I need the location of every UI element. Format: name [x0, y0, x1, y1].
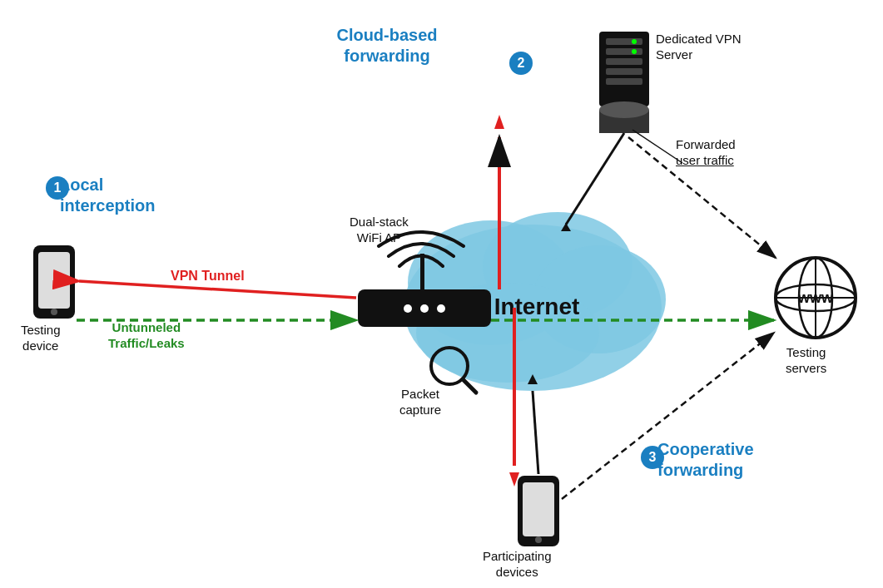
- svg-rect-16: [606, 78, 642, 85]
- svg-rect-14: [606, 58, 642, 65]
- svg-rect-12: [606, 38, 642, 45]
- participating-devices-label: Participatingdevices: [483, 549, 552, 581]
- untunneled-label: UntunneledTraffic/Leaks: [108, 320, 185, 352]
- svg-line-50: [533, 391, 538, 474]
- svg-text:www: www: [797, 289, 834, 306]
- testing-servers-label: Testingservers: [786, 345, 826, 377]
- svg-marker-43: [494, 115, 504, 129]
- svg-point-7: [404, 304, 412, 313]
- dual-stack-label: Dual-stackWiFi AP: [350, 215, 409, 246]
- testing-device-label: Testingdevice: [21, 323, 61, 354]
- svg-point-24: [535, 536, 542, 543]
- svg-point-8: [420, 304, 429, 313]
- svg-point-9: [437, 304, 445, 313]
- cooperative-forwarding-label: Cooperativeforwarding: [657, 439, 754, 481]
- local-interception-label: Localinterception: [60, 175, 155, 216]
- svg-rect-13: [606, 48, 642, 55]
- packet-capture-label: Packetcapture: [399, 387, 441, 418]
- svg-line-48: [566, 133, 624, 225]
- vpn-tunnel-label: VPN Tunnel: [171, 268, 245, 284]
- svg-point-27: [51, 309, 57, 315]
- svg-rect-23: [523, 482, 554, 536]
- svg-text:Internet: Internet: [494, 294, 580, 319]
- dedicated-vpn-label: Dedicated VPNServer: [656, 32, 742, 63]
- cloud-forwarding-label: Cloud-basedforwarding: [300, 25, 474, 67]
- badge-2: 2: [509, 52, 533, 75]
- forwarded-user-traffic-label: Forwardeduser traffic: [676, 137, 736, 169]
- svg-point-21: [599, 101, 649, 118]
- svg-point-17: [632, 39, 637, 44]
- svg-point-18: [632, 49, 637, 54]
- svg-rect-10: [420, 254, 424, 289]
- svg-rect-15: [606, 68, 642, 75]
- svg-rect-26: [38, 252, 70, 309]
